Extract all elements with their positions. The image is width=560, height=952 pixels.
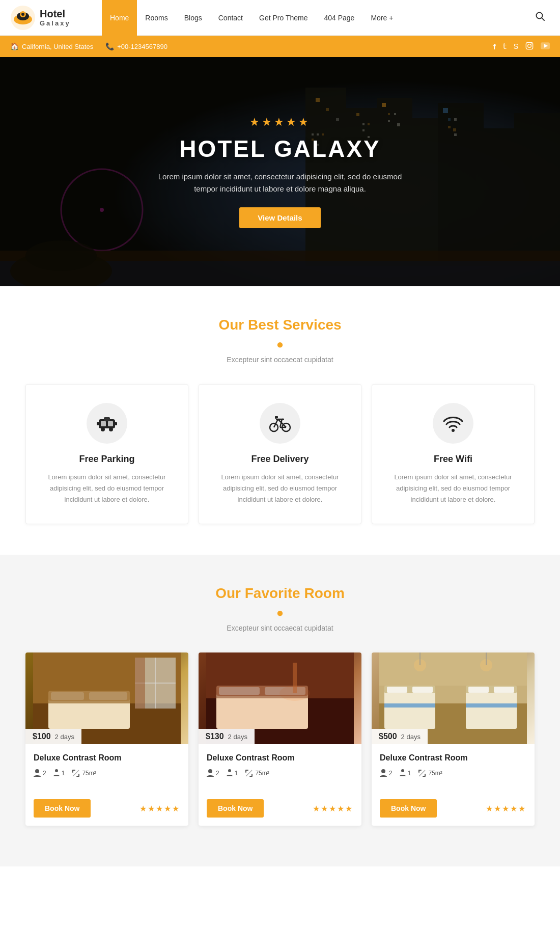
rooms-dot: ● xyxy=(20,606,540,620)
room-image-3: $500 2 days xyxy=(372,652,535,744)
svg-line-92 xyxy=(246,770,252,776)
svg-rect-56 xyxy=(97,422,100,425)
room-image-1: $100 2 days xyxy=(25,652,188,744)
nav-item-blogs[interactable]: Blogs xyxy=(176,0,210,36)
svg-point-110 xyxy=(381,769,385,773)
nav-menu: Home Rooms Blogs Contact Get Pro Theme 4… xyxy=(102,0,530,36)
person-icon-3: 2 xyxy=(380,769,393,778)
room-price-3: $500 2 days xyxy=(372,729,428,744)
room-stars-3: ★★★★★ xyxy=(486,804,526,813)
svg-rect-89 xyxy=(206,652,354,698)
logo: Hotel Galaxy xyxy=(10,5,102,31)
svg-rect-101 xyxy=(468,687,489,693)
book-button-2[interactable]: Book Now xyxy=(207,799,264,818)
room-body-3: Deluxe Contrast Room 2 1 75m² xyxy=(372,744,535,794)
child-icon: 1 xyxy=(53,769,65,778)
delivery-icon xyxy=(260,403,300,444)
hero-description: Lorem ipsum dolor sit amet, consectetur … xyxy=(148,171,412,195)
top-bar-phone: 📞 +00-1234567890 xyxy=(105,42,167,50)
book-button-1[interactable]: Book Now xyxy=(34,799,91,818)
svg-rect-53 xyxy=(108,421,113,426)
svg-point-54 xyxy=(101,427,105,431)
svg-rect-108 xyxy=(466,703,517,708)
youtube-icon[interactable] xyxy=(541,42,550,51)
nav-item-pro-theme[interactable]: Get Pro Theme xyxy=(251,0,316,36)
services-section: Our Best Services ● Excepteur sint occae… xyxy=(0,286,560,555)
nav-item-rooms[interactable]: Rooms xyxy=(137,0,176,36)
svg-line-6 xyxy=(542,18,544,20)
room-stars-2: ★★★★★ xyxy=(313,804,353,813)
svg-point-8 xyxy=(528,44,531,47)
book-button-3[interactable]: Book Now xyxy=(380,799,437,818)
services-cards: Free Parking Lorem ipsum dolor sit amet,… xyxy=(20,384,540,524)
services-heading: Our Best Services xyxy=(20,317,540,333)
home-icon: 🏠 xyxy=(10,42,19,50)
room-stars-1: ★★★★★ xyxy=(139,804,180,813)
services-dot: ● xyxy=(20,337,540,351)
room-features-2: 2 1 75m² xyxy=(207,769,353,778)
hero-rating-stars: ★★★★★ xyxy=(148,116,412,129)
svg-rect-99 xyxy=(387,687,407,693)
facebook-icon[interactable]: f xyxy=(493,42,496,51)
service-card-delivery-title: Free Delivery xyxy=(211,454,349,465)
room-body-1: Deluxe Contrast Room 2 1 75m² xyxy=(25,744,188,794)
child-icon-3: 1 xyxy=(400,769,411,778)
svg-rect-100 xyxy=(412,687,433,693)
instagram-icon[interactable] xyxy=(525,42,534,51)
svg-rect-7 xyxy=(526,42,533,49)
svg-rect-107 xyxy=(384,703,435,708)
nav-item-home[interactable]: Home xyxy=(102,0,137,36)
twitter-icon[interactable]: 𝕥 xyxy=(503,42,507,51)
main-navbar: Hotel Galaxy Home Rooms Blogs Contact Ge… xyxy=(0,0,560,36)
wifi-icon xyxy=(433,403,473,444)
svg-rect-97 xyxy=(466,688,517,729)
room-card-3: $500 2 days Deluxe Contrast Room 2 1 xyxy=(372,652,535,826)
svg-rect-63 xyxy=(275,416,278,418)
svg-rect-57 xyxy=(114,422,117,425)
size-icon-3: 75m² xyxy=(418,769,442,777)
logo-name2: Galaxy xyxy=(40,19,71,27)
room-name-2: Deluxe Contrast Room xyxy=(207,753,353,763)
skype-icon[interactable]: S xyxy=(514,42,518,50)
hero-section: ★★★★★ HOTEL GALAXY Lorem ipsum dolor sit… xyxy=(0,57,560,286)
rooms-subtitle: Excepteur sint occaecat cupidatat xyxy=(20,624,540,632)
room-price-1: $100 2 days xyxy=(25,729,81,744)
svg-line-112 xyxy=(419,770,425,776)
svg-line-80 xyxy=(73,770,79,776)
nav-item-contact[interactable]: Contact xyxy=(210,0,251,36)
rooms-heading: Our Favorite Room xyxy=(20,585,540,602)
person-icon-2: 2 xyxy=(207,769,219,778)
svg-rect-52 xyxy=(101,421,106,426)
size-icon-2: 75m² xyxy=(245,769,269,777)
hero-content: ★★★★★ HOTEL GALAXY Lorem ipsum dolor sit… xyxy=(137,105,423,238)
room-body-2: Deluxe Contrast Room 2 1 75m² xyxy=(199,744,361,794)
top-bar: 🏠 California, United States 📞 +00-123456… xyxy=(0,36,560,57)
view-details-button[interactable]: View Details xyxy=(239,207,320,228)
logo-name1: Hotel xyxy=(40,8,71,19)
svg-rect-95 xyxy=(384,688,435,729)
svg-rect-102 xyxy=(494,687,514,693)
parking-icon xyxy=(87,403,127,444)
room-name-3: Deluxe Contrast Room xyxy=(380,753,526,763)
service-card-wifi: Free Wifi Lorem ipsum dolor sit amet, co… xyxy=(372,384,535,524)
svg-rect-58 xyxy=(104,417,110,421)
svg-point-78 xyxy=(35,769,39,773)
room-card-2: $130 2 days Deluxe Contrast Room 2 1 xyxy=(199,652,361,826)
nav-item-more[interactable]: More + xyxy=(362,0,401,36)
search-icon[interactable] xyxy=(530,12,550,23)
service-card-parking-desc: Lorem ipsum dolor sit amet, consectetur … xyxy=(38,472,176,505)
top-bar-social: f 𝕥 S xyxy=(493,42,550,51)
hero-title: HOTEL GALAXY xyxy=(148,135,412,162)
service-card-delivery-desc: Lorem ipsum dolor sit amet, consectetur … xyxy=(211,472,349,505)
room-card-1: $100 2 days Deluxe Contrast Room 2 1 xyxy=(25,652,188,826)
size-icon: 75m² xyxy=(72,769,96,777)
service-card-delivery: Free Delivery Lorem ipsum dolor sit amet… xyxy=(199,384,361,524)
child-icon-2: 1 xyxy=(227,769,238,778)
nav-item-404[interactable]: 404 Page xyxy=(316,0,362,36)
room-footer-2: Book Now ★★★★★ xyxy=(199,794,361,826)
svg-rect-77 xyxy=(135,658,145,709)
room-footer-1: Book Now ★★★★★ xyxy=(25,794,188,826)
room-features-1: 2 1 75m² xyxy=(34,769,180,778)
services-subtitle: Excepteur sint occaecat cupidatat xyxy=(20,356,540,364)
svg-rect-109 xyxy=(379,652,527,686)
